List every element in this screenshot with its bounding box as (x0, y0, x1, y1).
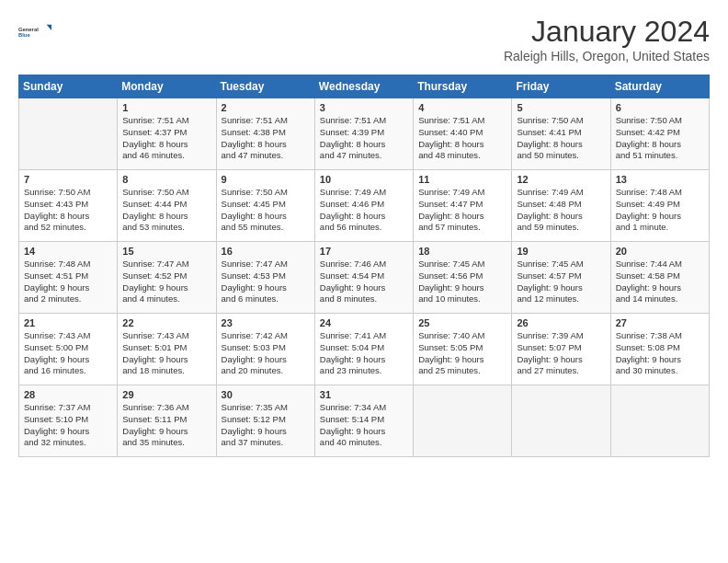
day-number: 21 (24, 317, 112, 328)
day-number: 29 (122, 389, 210, 400)
day-info: Sunrise: 7:50 AM Sunset: 4:41 PM Dayligh… (517, 115, 605, 162)
day-cell: 1Sunrise: 7:51 AM Sunset: 4:37 PM Daylig… (118, 98, 216, 170)
day-number: 4 (418, 102, 506, 113)
svg-text:General: General (18, 27, 39, 32)
logo-icon: General Blue (18, 15, 51, 48)
day-info: Sunrise: 7:39 AM Sunset: 5:07 PM Dayligh… (517, 330, 605, 377)
col-friday: Friday (512, 75, 610, 98)
day-info: Sunrise: 7:47 AM Sunset: 4:52 PM Dayligh… (122, 259, 210, 305)
day-info: Sunrise: 7:38 AM Sunset: 5:08 PM Dayligh… (616, 330, 704, 377)
day-info: Sunrise: 7:51 AM Sunset: 4:37 PM Dayligh… (122, 115, 210, 162)
day-number: 12 (517, 174, 605, 185)
day-number: 22 (122, 317, 210, 328)
day-info: Sunrise: 7:34 AM Sunset: 5:14 PM Dayligh… (320, 402, 408, 449)
day-number: 6 (616, 102, 704, 113)
day-number: 30 (222, 389, 310, 400)
day-number: 26 (517, 317, 605, 328)
day-cell (414, 385, 512, 457)
day-number: 11 (418, 174, 506, 185)
day-cell: 22Sunrise: 7:43 AM Sunset: 5:01 PM Dayli… (118, 314, 216, 385)
week-row-1: 1Sunrise: 7:51 AM Sunset: 4:37 PM Daylig… (19, 98, 710, 170)
day-number: 18 (418, 246, 506, 257)
day-cell: 5Sunrise: 7:50 AM Sunset: 4:41 PM Daylig… (512, 98, 610, 170)
day-number: 23 (222, 317, 310, 328)
week-row-2: 7Sunrise: 7:50 AM Sunset: 4:43 PM Daylig… (19, 170, 710, 242)
day-info: Sunrise: 7:35 AM Sunset: 5:12 PM Dayligh… (222, 402, 310, 449)
day-info: Sunrise: 7:50 AM Sunset: 4:43 PM Dayligh… (24, 187, 112, 234)
day-number: 5 (517, 102, 605, 113)
day-number: 8 (122, 174, 210, 185)
day-cell: 7Sunrise: 7:50 AM Sunset: 4:43 PM Daylig… (19, 170, 118, 242)
day-info: Sunrise: 7:43 AM Sunset: 5:00 PM Dayligh… (24, 330, 112, 377)
day-cell: 2Sunrise: 7:51 AM Sunset: 4:38 PM Daylig… (216, 98, 314, 170)
col-saturday: Saturday (610, 75, 709, 98)
day-number: 14 (24, 246, 112, 257)
day-number: 19 (517, 246, 605, 257)
day-cell: 21Sunrise: 7:43 AM Sunset: 5:00 PM Dayli… (19, 314, 118, 385)
day-cell: 28Sunrise: 7:37 AM Sunset: 5:10 PM Dayli… (19, 385, 118, 457)
day-number: 7 (24, 174, 112, 185)
day-number: 17 (320, 246, 408, 257)
calendar-page: General Blue January 2024 Raleigh Hills,… (0, 0, 728, 466)
col-sunday: Sunday (19, 75, 118, 98)
day-cell (610, 385, 709, 457)
day-number: 13 (616, 174, 704, 185)
day-cell: 26Sunrise: 7:39 AM Sunset: 5:07 PM Dayli… (512, 314, 610, 385)
day-cell: 19Sunrise: 7:45 AM Sunset: 4:57 PM Dayli… (512, 242, 610, 314)
day-cell: 4Sunrise: 7:51 AM Sunset: 4:40 PM Daylig… (414, 98, 512, 170)
day-info: Sunrise: 7:51 AM Sunset: 4:39 PM Dayligh… (320, 115, 408, 162)
day-cell: 20Sunrise: 7:44 AM Sunset: 4:58 PM Dayli… (610, 242, 709, 314)
day-cell: 29Sunrise: 7:36 AM Sunset: 5:11 PM Dayli… (118, 385, 216, 457)
day-info: Sunrise: 7:48 AM Sunset: 4:51 PM Dayligh… (24, 259, 112, 305)
day-info: Sunrise: 7:49 AM Sunset: 4:47 PM Dayligh… (418, 187, 506, 234)
day-info: Sunrise: 7:48 AM Sunset: 4:49 PM Dayligh… (616, 187, 704, 234)
day-info: Sunrise: 7:45 AM Sunset: 4:57 PM Dayligh… (517, 259, 605, 305)
day-info: Sunrise: 7:46 AM Sunset: 4:54 PM Dayligh… (320, 259, 408, 305)
day-number: 9 (222, 174, 310, 185)
day-info: Sunrise: 7:42 AM Sunset: 5:03 PM Dayligh… (222, 330, 310, 377)
day-cell: 27Sunrise: 7:38 AM Sunset: 5:08 PM Dayli… (610, 314, 709, 385)
day-info: Sunrise: 7:49 AM Sunset: 4:48 PM Dayligh… (517, 187, 605, 234)
day-number: 10 (320, 174, 408, 185)
calendar-table: Sunday Monday Tuesday Wednesday Thursday… (18, 75, 710, 457)
day-number: 20 (616, 246, 704, 257)
col-tuesday: Tuesday (216, 75, 314, 98)
week-row-5: 28Sunrise: 7:37 AM Sunset: 5:10 PM Dayli… (19, 385, 710, 457)
day-info: Sunrise: 7:44 AM Sunset: 4:58 PM Dayligh… (616, 259, 704, 305)
calendar-title: January 2024 (504, 15, 710, 49)
day-cell (19, 98, 118, 170)
day-info: Sunrise: 7:47 AM Sunset: 4:53 PM Dayligh… (222, 259, 310, 305)
week-row-4: 21Sunrise: 7:43 AM Sunset: 5:00 PM Dayli… (19, 314, 710, 385)
day-cell: 8Sunrise: 7:50 AM Sunset: 4:44 PM Daylig… (118, 170, 216, 242)
day-cell: 30Sunrise: 7:35 AM Sunset: 5:12 PM Dayli… (216, 385, 314, 457)
day-cell: 15Sunrise: 7:47 AM Sunset: 4:52 PM Dayli… (118, 242, 216, 314)
day-info: Sunrise: 7:36 AM Sunset: 5:11 PM Dayligh… (122, 402, 210, 449)
day-cell: 25Sunrise: 7:40 AM Sunset: 5:05 PM Dayli… (414, 314, 512, 385)
day-cell: 18Sunrise: 7:45 AM Sunset: 4:56 PM Dayli… (414, 242, 512, 314)
day-number: 27 (616, 317, 704, 328)
day-number: 31 (320, 389, 408, 400)
day-number: 15 (122, 246, 210, 257)
day-cell: 11Sunrise: 7:49 AM Sunset: 4:47 PM Dayli… (414, 170, 512, 242)
day-number: 1 (122, 102, 210, 113)
day-cell: 6Sunrise: 7:50 AM Sunset: 4:42 PM Daylig… (610, 98, 709, 170)
day-cell: 17Sunrise: 7:46 AM Sunset: 4:54 PM Dayli… (314, 242, 413, 314)
day-info: Sunrise: 7:41 AM Sunset: 5:04 PM Dayligh… (320, 330, 408, 377)
col-wednesday: Wednesday (314, 75, 413, 98)
day-cell: 10Sunrise: 7:49 AM Sunset: 4:46 PM Dayli… (314, 170, 413, 242)
day-info: Sunrise: 7:40 AM Sunset: 5:05 PM Dayligh… (418, 330, 506, 377)
day-info: Sunrise: 7:50 AM Sunset: 4:45 PM Dayligh… (222, 187, 310, 234)
title-block: January 2024 Raleigh Hills, Oregon, Unit… (504, 15, 710, 63)
calendar-subtitle: Raleigh Hills, Oregon, United States (504, 49, 710, 63)
day-cell: 14Sunrise: 7:48 AM Sunset: 4:51 PM Dayli… (19, 242, 118, 314)
svg-text:Blue: Blue (18, 32, 30, 38)
day-number: 3 (320, 102, 408, 113)
header-row: Sunday Monday Tuesday Wednesday Thursday… (19, 75, 710, 98)
day-info: Sunrise: 7:43 AM Sunset: 5:01 PM Dayligh… (122, 330, 210, 377)
day-info: Sunrise: 7:37 AM Sunset: 5:10 PM Dayligh… (24, 402, 112, 449)
header: General Blue January 2024 Raleigh Hills,… (18, 15, 710, 63)
day-cell: 13Sunrise: 7:48 AM Sunset: 4:49 PM Dayli… (610, 170, 709, 242)
day-number: 28 (24, 389, 112, 400)
svg-marker-2 (47, 25, 51, 30)
day-number: 24 (320, 317, 408, 328)
